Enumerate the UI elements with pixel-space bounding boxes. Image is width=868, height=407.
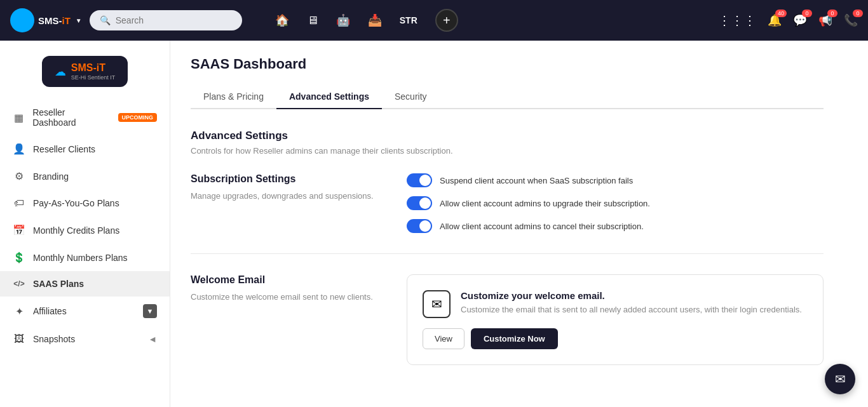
brand-name: SMS-iT: [38, 15, 71, 26]
tab-advanced-settings[interactable]: Advanced Settings: [276, 85, 382, 109]
app-layout: ☁ SMS-iT SE-Hi Sentient IT ▦ Reseller Da…: [0, 41, 868, 407]
tabs: Plans & Pricing Advanced Settings Securi…: [191, 85, 824, 109]
welcome-card-title: Customize your welcome email.: [461, 290, 802, 301]
sidebar-item-payg[interactable]: 🏷 Pay-As-You-Go Plans: [0, 190, 170, 217]
sidebar-item-reseller-clients[interactable]: 👤 Reseller Clients: [0, 135, 170, 163]
brand-circle: [10, 8, 34, 32]
inbox-icon[interactable]: 📥: [368, 13, 382, 27]
grid-icon[interactable]: ⋮⋮⋮: [718, 13, 756, 28]
branding-icon: ⚙: [13, 170, 25, 182]
welcome-email-section: Welcome Email Customize the welcome emai…: [191, 274, 824, 385]
cancel-label: Allow client account admins to cancel th…: [440, 222, 644, 231]
tab-security[interactable]: Security: [382, 85, 440, 109]
sidebar-item-label: Affiliates: [33, 306, 67, 316]
sidebar-logo-text: SMS-iT: [71, 62, 116, 74]
bell-icon[interactable]: 🔔 40: [768, 13, 782, 27]
tab-plans-pricing[interactable]: Plans & Pricing: [191, 85, 276, 109]
saas-icon: </>: [13, 279, 25, 288]
sidebar-item-saas-plans[interactable]: </> SAAS Plans: [0, 271, 170, 297]
payg-icon: 🏷: [13, 197, 25, 209]
sidebar-item-monthly-credits[interactable]: 📅 Monthly Credits Plans: [0, 217, 170, 244]
advanced-settings-header: Advanced Settings Controls for how Resel…: [191, 130, 824, 156]
subscription-title: Subscription Settings: [191, 173, 381, 185]
chat-badge: 0: [802, 10, 812, 17]
sidebar: ☁ SMS-iT SE-Hi Sentient IT ▦ Reseller Da…: [0, 41, 170, 407]
home-icon[interactable]: 🏠: [275, 13, 289, 27]
nav-center-icons: 🏠 🖥 🤖 📥 STR +: [275, 9, 458, 32]
page-title: SAAS Dashboard: [191, 56, 824, 72]
welcome-email-desc: Customize the welcome email sent to new …: [191, 291, 381, 304]
sidebar-item-reseller-dashboard[interactable]: ▦ Reseller Dashboard UPCOMING: [0, 100, 170, 135]
advanced-settings-desc: Controls for how Reseller admins can man…: [191, 146, 824, 156]
welcome-card: ✉ Customize your welcome email. Customiz…: [407, 274, 824, 365]
megaphone-icon[interactable]: 📢 0: [818, 13, 832, 27]
toggle-row-upgrade: Allow client account admins to upgrade t…: [407, 196, 824, 210]
view-button[interactable]: View: [423, 328, 465, 349]
credits-icon: 📅: [13, 224, 25, 236]
cancel-toggle[interactable]: [407, 219, 432, 233]
nav-right-icons: ⋮⋮⋮ 🔔 40 💬 0 📢 0 📞 0: [718, 13, 858, 28]
str-label[interactable]: STR: [400, 15, 417, 25]
email-icon: ✉: [423, 290, 451, 318]
search-input[interactable]: [116, 15, 232, 25]
sidebar-item-monthly-numbers[interactable]: 💲 Monthly Numbers Plans: [0, 244, 170, 271]
subscription-section: Subscription Settings Manage upgrades, d…: [191, 173, 824, 254]
welcome-email-title: Welcome Email: [191, 274, 381, 286]
toggle-row-cancel: Allow client account admins to cancel th…: [407, 219, 824, 233]
upcoming-badge: UPCOMING: [118, 113, 158, 122]
sidebar-item-label: Monthly Credits Plans: [33, 225, 119, 236]
suspend-toggle[interactable]: [407, 173, 432, 187]
search-icon: 🔍: [100, 15, 111, 25]
upgrade-toggle[interactable]: [407, 196, 432, 210]
sidebar-logo: ☁ SMS-iT SE-Hi Sentient IT: [0, 51, 170, 100]
chat-icon[interactable]: 💬 0: [793, 13, 807, 27]
brand-logo[interactable]: SMS-iT ▼: [10, 8, 82, 32]
customize-now-button[interactable]: Customize Now: [471, 328, 558, 349]
upgrade-label: Allow client account admins to upgrade t…: [440, 199, 650, 208]
phone-icon[interactable]: 📞 0: [844, 13, 858, 27]
sidebar-item-label: Pay-As-You-Go Plans: [33, 198, 119, 208]
brand-chevron: ▼: [76, 17, 82, 24]
chat-fab-button[interactable]: ✉: [825, 364, 855, 394]
sidebar-item-label: SAAS Plans: [33, 279, 84, 289]
snapshots-icon: 🖼: [13, 333, 25, 345]
sidebar-item-label: Reseller Dashboard: [32, 107, 107, 128]
search-bar[interactable]: 🔍: [90, 10, 242, 30]
megaphone-badge: 0: [827, 10, 837, 17]
affiliates-chevron[interactable]: ▼: [143, 304, 157, 318]
toggle-row-suspend: Suspend client account when SaaS subscri…: [407, 173, 824, 187]
subscription-desc: Manage upgrades, downgrades and suspensi…: [191, 190, 381, 203]
numbers-icon: 💲: [13, 251, 25, 264]
sidebar-item-label: Monthly Numbers Plans: [33, 253, 128, 263]
clients-icon: 👤: [13, 143, 25, 155]
sidebar-logo-sub: SE-Hi Sentient IT: [71, 74, 116, 81]
sidebar-item-label: Reseller Clients: [33, 144, 95, 154]
advanced-settings-title: Advanced Settings: [191, 130, 824, 142]
affiliates-icon: ✦: [13, 305, 25, 317]
main-content: SAAS Dashboard Plans & Pricing Advanced …: [170, 41, 868, 407]
collapse-icon[interactable]: ◄: [148, 334, 157, 344]
add-button[interactable]: +: [435, 9, 458, 32]
sidebar-item-branding[interactable]: ⚙ Branding: [0, 163, 170, 190]
monitor-icon[interactable]: 🖥: [307, 14, 318, 27]
bell-badge: 40: [775, 10, 787, 17]
sidebar-item-affiliates[interactable]: ✦ Affiliates ▼: [0, 297, 170, 326]
chat-fab-icon: ✉: [835, 371, 846, 387]
top-navigation: SMS-iT ▼ 🔍 🏠 🖥 🤖 📥 STR + ⋮⋮⋮ 🔔 40 💬 0 📢 …: [0, 0, 868, 41]
robot-icon[interactable]: 🤖: [336, 13, 350, 27]
suspend-label: Suspend client account when SaaS subscri…: [440, 176, 633, 185]
sidebar-item-label: Snapshots: [33, 334, 75, 344]
welcome-card-desc: Customize the email that is sent to all …: [461, 304, 802, 316]
sidebar-cloud-icon: ☁: [55, 65, 66, 79]
sidebar-item-snapshots[interactable]: 🖼 Snapshots ◄: [0, 326, 170, 352]
sidebar-item-label: Branding: [33, 171, 69, 182]
phone-badge: 0: [853, 10, 863, 17]
dashboard-icon: ▦: [13, 112, 25, 124]
